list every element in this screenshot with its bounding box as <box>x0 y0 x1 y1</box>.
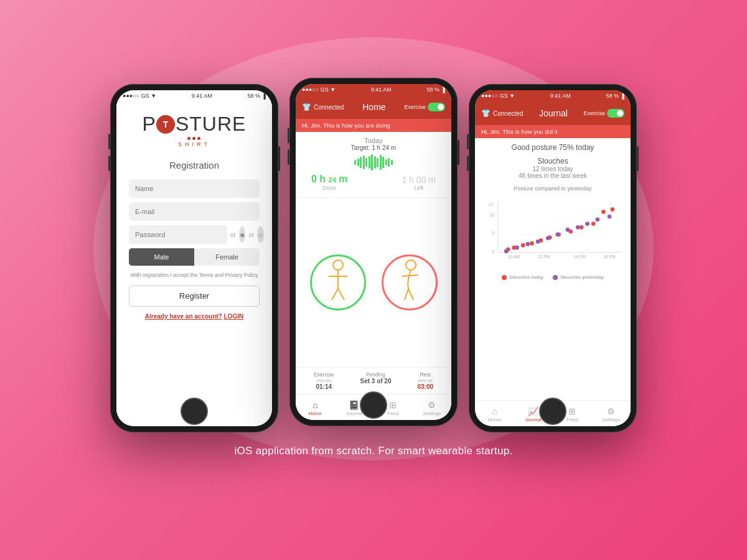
slouch-today: 12 times today <box>481 166 624 172</box>
app-header-home: 👕 Connected Home Exercise <box>296 95 451 119</box>
nav-journal-label-j: Journal <box>525 417 542 422</box>
exercise-time-value: 01:14 <box>314 383 334 390</box>
rest-mmss: mm:ss <box>417 378 433 383</box>
male-button[interactable]: Male <box>129 248 194 266</box>
svg-point-5 <box>406 260 416 270</box>
nav-home-j[interactable]: ⌂ Home <box>475 401 514 426</box>
home-main-content: Today Target: 1 h 24 m <box>296 132 451 394</box>
connected-label-journal: 👕 Connected <box>481 109 523 118</box>
battery-label: 58 % ▐ <box>248 93 266 99</box>
or-text-2: or <box>248 231 254 238</box>
rest-time-value: 03:00 <box>417 383 433 390</box>
battery-2: 58 % ▐ <box>427 86 445 93</box>
nav-feed-label: Feed <box>387 411 398 416</box>
home-button[interactable] <box>181 398 208 425</box>
nav-settings-j[interactable]: ⚙ Settings <box>592 401 631 426</box>
chart-legend: Slouches today Slouches yesterday <box>481 274 624 280</box>
svg-point-43 <box>608 215 612 219</box>
registration-screen: ●●●○○ GS ▼ 9:41 AM 58 % ▐ P T STURE <box>116 90 272 426</box>
time-row: 0 h 24 m Done 1 h 00 m Left <box>302 174 445 191</box>
journal-main-content: Good posture 75% today Slouches 12 times… <box>475 138 631 400</box>
legend-dot-today <box>502 275 507 280</box>
svg-point-40 <box>576 225 580 230</box>
exercise-toggle-home[interactable]: Exercise <box>404 103 445 111</box>
settings-icon-j: ⚙ <box>607 406 615 416</box>
pending-item: Pending Set 3 of 20 <box>360 371 391 390</box>
rest-label: Rest <box>417 371 433 378</box>
svg-point-23 <box>521 243 525 248</box>
female-button[interactable]: Female <box>194 248 260 266</box>
logo-t-icon: T <box>163 120 169 129</box>
registration-content: P T STURE SHIRT Registration <box>116 101 272 426</box>
svg-text:12 PM: 12 PM <box>538 254 550 259</box>
status-bar-3: ●●●○○ GS ▼ 9:41 AM 58 % ▐ <box>475 90 631 101</box>
exercise-toggle-journal[interactable]: Exercise <box>583 109 624 118</box>
journal-icon-j: 📈 <box>528 406 538 416</box>
header-title-journal: Journal <box>539 108 568 118</box>
nav-settings-label: Settings <box>423 411 441 416</box>
svg-point-35 <box>525 242 530 246</box>
home-button-3[interactable] <box>539 398 566 425</box>
status-bar-1: ●●●○○ GS ▼ 9:41 AM 58 % ▐ <box>116 90 272 101</box>
figure-good <box>310 254 366 310</box>
journal-nav-icon: 📓 <box>349 400 359 410</box>
login-text: Already have an account? LOGIN <box>145 313 243 320</box>
exercise-toggle-pill-journal[interactable] <box>607 109 624 118</box>
good-posture-title: Good posture 75% today <box>481 143 624 152</box>
gender-toggle[interactable]: Male Female <box>129 248 260 266</box>
nav-journal-label: Journal <box>346 411 362 416</box>
side-button-vol-up-journal <box>467 134 469 149</box>
fingerprint-icon[interactable]: ☻ <box>239 226 246 243</box>
register-button[interactable]: Register <box>129 286 260 307</box>
time-left: 1 h 00 m <box>402 175 436 185</box>
svg-point-0 <box>333 260 343 270</box>
email-input[interactable] <box>129 202 260 221</box>
svg-text:16 PM: 16 PM <box>603 254 616 259</box>
svg-line-8 <box>408 289 413 300</box>
svg-point-36 <box>536 240 540 244</box>
feed-nav-icon: ⊞ <box>389 400 397 410</box>
chart-area: Posture compared to yesterday 0 5 10 12 <box>481 185 624 395</box>
target-label: Target: 1 h 24 m <box>302 144 445 151</box>
svg-line-4 <box>338 289 344 300</box>
name-input[interactable] <box>129 179 260 198</box>
svg-text:10 AM: 10 AM <box>508 254 520 259</box>
login-link[interactable]: LOGIN <box>224 313 244 320</box>
svg-point-29 <box>580 225 584 230</box>
legend-today: Slouches today <box>502 274 543 280</box>
time-label: 9:41 AM <box>192 93 212 99</box>
exercise-mmss: mm:ss <box>314 378 334 383</box>
logo-dot-2 <box>192 137 195 140</box>
svg-text:12: 12 <box>489 202 494 207</box>
logo-p-letter: P <box>143 113 156 136</box>
phones-container: ●●●○○ GS ▼ 9:41 AM 58 % ▐ P T STURE <box>110 84 637 432</box>
header-title-home: Home <box>362 102 385 112</box>
hi-banner-journal: Hi, Jim. This is how you did it <box>475 125 631 138</box>
nav-settings[interactable]: ⚙ Settings <box>413 394 452 420</box>
nav-home-label-j: Home <box>488 417 501 422</box>
legend-today-label: Slouches today <box>509 274 543 280</box>
logo-osture: STURE <box>176 113 246 136</box>
stick-figure-bad <box>391 258 428 307</box>
posture-chart: 0 5 10 12 10 AM 12 PM 14 PM 16 PM <box>481 194 624 269</box>
face-icon[interactable]: ☺ <box>257 226 263 243</box>
home-nav-icon: ⌂ <box>312 400 317 410</box>
waveform <box>302 154 445 171</box>
pending-label: Pending <box>360 371 391 378</box>
svg-point-31 <box>601 210 606 214</box>
pending-set: Set 3 of 20 <box>360 378 391 385</box>
connected-label-home: 👕 Connected <box>302 103 344 111</box>
status-bar-2: ●●●○○ GS ▼ 9:41 AM 58 % ▐ <box>296 84 451 95</box>
phone-home: ●●●○○ GS ▼ 9:41 AM 58 % ▐ 👕 Connected Ho… <box>289 78 458 426</box>
svg-point-30 <box>591 222 596 226</box>
home-button-2[interactable] <box>360 391 387 419</box>
password-input[interactable] <box>129 225 227 244</box>
legend-dot-yesterday <box>553 275 558 280</box>
left-label: Left <box>402 185 436 191</box>
exercise-toggle-pill[interactable] <box>428 103 445 111</box>
battery-3: 58 % ▐ <box>606 93 624 99</box>
side-button-home <box>458 140 459 165</box>
slouch-title: Slouches <box>481 157 624 166</box>
logo-subtitle: SHIRT <box>178 141 210 147</box>
nav-home[interactable]: ⌂ Home <box>296 394 335 420</box>
